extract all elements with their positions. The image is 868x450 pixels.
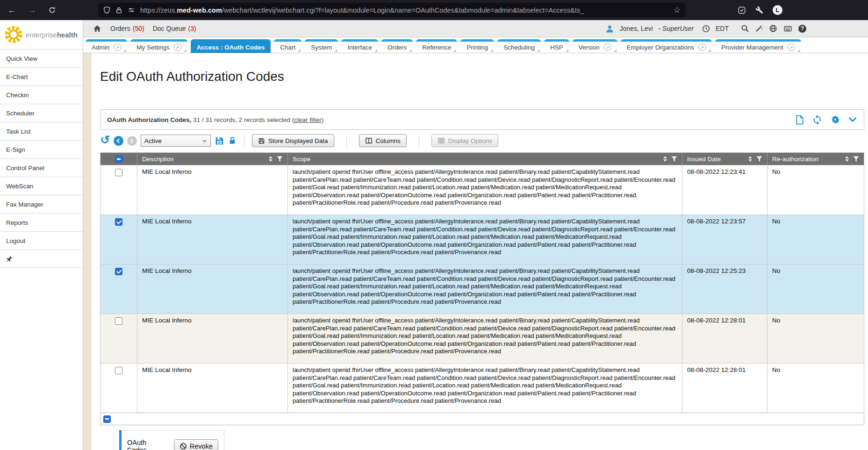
tab-reference[interactable]: Reference (416, 39, 457, 53)
status-filter-select[interactable]: Active (141, 135, 211, 147)
new-document-icon[interactable] (795, 114, 804, 125)
next-page-icon[interactable] (127, 136, 137, 146)
description-cell: MIE Local Inferno (137, 215, 287, 264)
filter-funnel-icon[interactable] (853, 156, 859, 162)
tab-hsp[interactable]: HSP (544, 39, 569, 53)
footer-select-all-checkbox[interactable] (103, 415, 111, 423)
display-options-button[interactable]: Display Options (431, 134, 499, 147)
table-row[interactable]: MIE Local Inferno launch/patient openid … (100, 214, 864, 264)
table-row[interactable]: MIE Local Inferno launch/patient openid … (100, 363, 864, 413)
filter-funnel-icon[interactable] (277, 156, 283, 162)
browser-profile-avatar[interactable]: L (773, 5, 782, 15)
chevron-down-icon (202, 138, 207, 143)
browser-back-icon[interactable]: ← (7, 6, 16, 14)
logo-text: enterprisehealth (26, 31, 78, 39)
tab-access-oauth-codes[interactable]: Access : OAuth Codes (191, 39, 271, 53)
magic-wand-icon[interactable] (755, 24, 763, 33)
doc-queue-count-badge: (3) (188, 25, 196, 32)
table-toolbar: ↺ Active Store Displayed Data (100, 134, 498, 148)
sidebar-item-scheduler[interactable]: Scheduler (0, 104, 83, 122)
column-header-scope[interactable]: Scope (287, 153, 682, 165)
tab-scheduling[interactable]: Scheduling (497, 39, 541, 53)
table-row[interactable]: MIE Local Inferno launch/patient openid … (100, 314, 864, 363)
sidebar-item-fax-manager[interactable]: Fax Manager (0, 195, 83, 214)
table-row[interactable]: MIE Local Inferno launch/patient openid … (100, 264, 864, 314)
sidebar-item-webscan[interactable]: WebScan (0, 177, 83, 195)
lock-icon[interactable] (115, 7, 122, 14)
browser-chrome: ← → https://zeus.med-web.com/webchart/wc… (0, 0, 868, 20)
popout-icon: ↗ (698, 43, 706, 51)
globe-icon[interactable] (769, 24, 777, 33)
tab-provider-management[interactable]: Provider Management↗ (715, 39, 801, 53)
bookmark-star-icon[interactable]: ☆ (674, 5, 681, 15)
column-header-issued-date[interactable]: Issued Date (682, 153, 767, 165)
filter-funnel-icon[interactable] (756, 156, 762, 162)
tab-admin[interactable]: Admin↗ (86, 39, 127, 53)
sidebar-item-checkin[interactable]: Checkin (0, 86, 83, 104)
keyboard-icon[interactable] (783, 25, 793, 33)
browser-reload-icon[interactable] (48, 6, 57, 14)
lock-filter-icon[interactable] (228, 136, 237, 145)
row-checkbox[interactable] (115, 367, 122, 374)
tab-printing[interactable]: Printing (460, 39, 494, 53)
tab-system[interactable]: System (305, 39, 338, 53)
collapse-chevron-icon[interactable] (848, 115, 857, 124)
records-summary-close: ) (322, 116, 324, 123)
sort-icon[interactable] (748, 156, 752, 162)
store-displayed-data-button[interactable]: Store Displayed Data (252, 134, 334, 147)
select-all-checkbox[interactable] (115, 155, 122, 163)
tab-orders[interactable]: Orders (381, 39, 413, 53)
pocket-badge-icon[interactable] (738, 6, 746, 14)
tab-version[interactable]: Version↗ (573, 39, 617, 53)
browser-forward-icon[interactable]: → (28, 6, 36, 14)
column-header-description[interactable]: Description (137, 153, 287, 165)
permissions-icon[interactable] (127, 7, 136, 14)
shield-icon[interactable] (103, 6, 111, 14)
pin-icon[interactable] (6, 255, 13, 262)
save-filter-icon[interactable] (215, 136, 224, 146)
refresh-icon[interactable] (812, 114, 823, 125)
sidebar-item-e-sign[interactable]: E-Sign (0, 141, 83, 159)
table-row[interactable]: MIE Local Inferno launch/patient openid … (100, 165, 864, 214)
sort-icon[interactable] (845, 156, 849, 162)
sidebar-item-control-panel[interactable]: Control Panel (0, 159, 83, 177)
row-checkbox[interactable] (115, 169, 122, 176)
filter-funnel-icon[interactable] (671, 156, 677, 162)
sidebar-item-reports[interactable]: Reports (0, 214, 83, 232)
description-cell: MIE Local Inferno (137, 165, 287, 214)
tab-interface[interactable]: Interface (341, 39, 378, 53)
tab-my-settings[interactable]: My Settings↗ (130, 39, 187, 53)
doc-queue-link[interactable]: Doc Queue(3) (153, 25, 196, 32)
column-header-reauthorization[interactable]: Re-authorization (767, 153, 864, 165)
tab-employer-organizations[interactable]: Employer Organizations↗ (621, 39, 712, 53)
columns-button[interactable]: Columns (359, 134, 407, 147)
clear-filter-link[interactable]: clear filter (294, 116, 322, 123)
table-footer-bar (100, 413, 864, 425)
tools-wrench-icon[interactable] (755, 6, 763, 14)
gear-icon[interactable] (830, 114, 840, 125)
tab-chart[interactable]: Chart (274, 39, 301, 53)
description-cell: MIE Local Inferno (137, 364, 287, 413)
scope-cell: launch/patient openid fhirUser offline_a… (287, 314, 682, 363)
help-icon[interactable]: ? (798, 25, 806, 33)
user-name[interactable]: Jones, Levi (620, 25, 653, 32)
prev-page-icon[interactable] (114, 136, 123, 146)
undo-icon[interactable]: ↺ (100, 134, 110, 146)
user-icon (605, 24, 614, 33)
row-checkbox[interactable] (115, 268, 122, 275)
row-checkbox[interactable] (115, 317, 122, 325)
issued-date-cell: 08-08-2022 12:25:23 (682, 264, 767, 314)
url-bar[interactable]: https://zeus.med-web.com/webchart/wctlev… (98, 3, 685, 17)
search-icon[interactable] (741, 24, 749, 33)
sort-icon[interactable] (269, 156, 273, 162)
popout-icon: ↗ (174, 43, 181, 51)
sort-icon[interactable] (663, 156, 667, 162)
home-icon[interactable] (93, 24, 102, 33)
orders-link[interactable]: Orders(50) (110, 25, 144, 32)
revoke-button[interactable]: Revoke (174, 439, 218, 450)
sidebar-item-e-chart[interactable]: E-Chart (0, 68, 83, 86)
sidebar-item-task-list[interactable]: Task List (0, 122, 83, 141)
sidebar-item-quick-view[interactable]: Quick View (0, 50, 83, 68)
row-checkbox[interactable] (115, 218, 122, 226)
sidebar-item-logout[interactable]: Logout (0, 232, 83, 250)
